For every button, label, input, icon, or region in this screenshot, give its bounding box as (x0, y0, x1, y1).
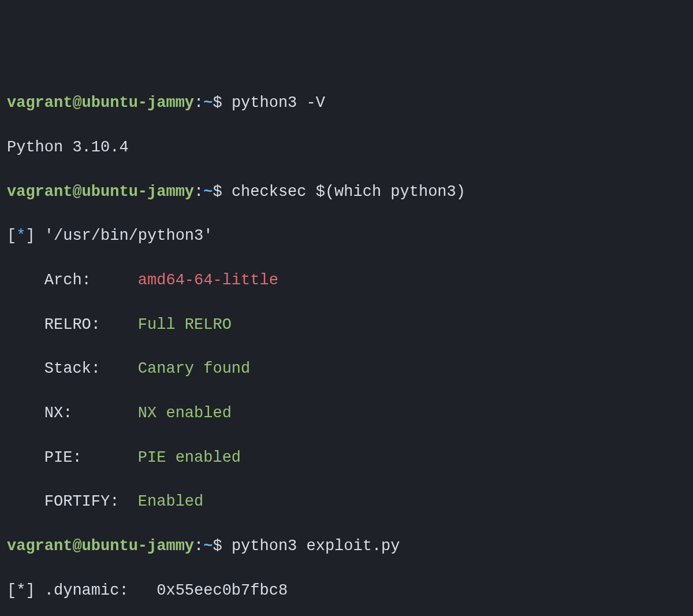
indent (7, 493, 44, 510)
prompt-dollar: $ (213, 537, 231, 555)
checksec-relro-label: RELRO: (44, 316, 138, 333)
prompt-dollar: $ (213, 94, 231, 112)
checksec-fortify-line: FORTIFY: Enabled (7, 491, 686, 513)
checksec-pie-value: PIE enabled (138, 449, 241, 466)
marker-star: * (16, 227, 25, 244)
prompt-dollar: $ (213, 183, 231, 201)
checksec-arch-value: amd64-64-little (138, 272, 278, 289)
exploit-marker: [*] (7, 582, 44, 599)
prompt-user-host: vagrant@ubuntu-jammy (7, 537, 194, 555)
checksec-stack-value: Canary found (138, 360, 250, 377)
prompt-line-3: vagrant@ubuntu-jammy:~$ python3 exploit.… (7, 535, 686, 557)
checksec-nx-value: NX enabled (138, 405, 232, 422)
prompt-colon: : (194, 183, 203, 201)
prompt-path: ~ (203, 94, 213, 112)
prompt-line-1: vagrant@ubuntu-jammy:~$ python3 -V (7, 92, 686, 114)
exploit-dynamic-line: [*] .dynamic: 0x55eec0b7fbc8 (7, 580, 686, 602)
prompt-colon: : (194, 537, 203, 555)
checksec-relro-value: Full RELRO (138, 316, 232, 333)
checksec-fortify-value: Enabled (138, 493, 203, 510)
indent (7, 360, 44, 377)
prompt-colon: : (194, 94, 203, 112)
command-exploit[interactable]: python3 exploit.py (232, 537, 400, 555)
prompt-path: ~ (203, 537, 213, 555)
checksec-nx-line: NX: NX enabled (7, 402, 686, 424)
checksec-arch-line: Arch: amd64-64-little (7, 269, 686, 291)
indent (7, 405, 44, 422)
prompt-line-2: vagrant@ubuntu-jammy:~$ checksec $(which… (7, 181, 686, 203)
checksec-arch-label: Arch: (44, 272, 138, 289)
indent (7, 316, 44, 333)
checksec-nx-label: NX: (44, 405, 138, 422)
output-python-version: Python 3.10.4 (7, 136, 686, 158)
checksec-binary-path: '/usr/bin/python3' (44, 227, 213, 244)
indent (7, 449, 44, 466)
indent (7, 272, 44, 289)
prompt-user-host: vagrant@ubuntu-jammy (7, 94, 194, 112)
prompt-user-host: vagrant@ubuntu-jammy (7, 183, 194, 201)
marker-bracket-open: [ (7, 227, 16, 244)
checksec-stack-line: Stack: Canary found (7, 358, 686, 380)
prompt-path: ~ (203, 183, 213, 201)
checksec-pie-line: PIE: PIE enabled (7, 447, 686, 469)
checksec-fortify-label: FORTIFY: (44, 493, 138, 510)
marker-bracket-close: ] (25, 227, 44, 244)
checksec-stack-label: Stack: (44, 360, 138, 377)
checksec-relro-line: RELRO: Full RELRO (7, 314, 686, 336)
exploit-dynamic: .dynamic: 0x55eec0b7fbc8 (44, 582, 288, 599)
command-python-version[interactable]: python3 -V (232, 94, 325, 112)
checksec-binary-line: [*] '/usr/bin/python3' (7, 225, 686, 247)
command-checksec[interactable]: checksec $(which python3) (232, 183, 465, 201)
checksec-pie-label: PIE: (44, 449, 138, 466)
